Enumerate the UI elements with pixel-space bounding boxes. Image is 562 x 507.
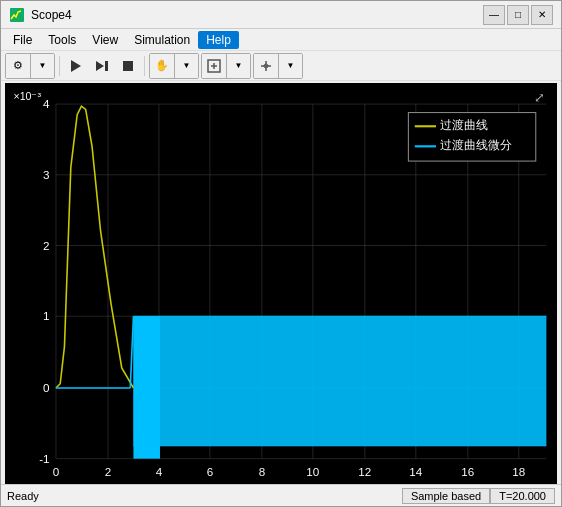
svg-text:过渡曲线: 过渡曲线 [440, 118, 488, 131]
svg-text:2: 2 [105, 465, 111, 478]
menu-simulation[interactable]: Simulation [126, 31, 198, 49]
measure-dropdown[interactable]: ▼ [278, 54, 302, 78]
svg-text:16: 16 [461, 465, 474, 478]
toolbar: ⚙ ▼ ✋ ▼ ▼ [1, 51, 561, 81]
svg-text:4: 4 [43, 97, 50, 110]
sample-based-badge: Sample based [402, 488, 490, 504]
play-button[interactable] [64, 54, 88, 78]
sep2 [144, 56, 145, 76]
menu-view[interactable]: View [84, 31, 126, 49]
svg-text:8: 8 [259, 465, 265, 478]
measure-group: ▼ [253, 53, 303, 79]
svg-rect-44 [133, 316, 160, 458]
svg-text:过渡曲线微分: 过渡曲线微分 [440, 139, 512, 152]
fit-group: ▼ [201, 53, 251, 79]
status-right: Sample based T=20.000 [402, 488, 555, 504]
settings-group: ⚙ ▼ [5, 53, 55, 79]
main-window: Scope4 — □ ✕ File Tools View Simulation … [0, 0, 562, 507]
svg-text:14: 14 [409, 465, 423, 478]
svg-text:10: 10 [306, 465, 320, 478]
svg-text:-1: -1 [39, 452, 49, 465]
fit-dropdown[interactable]: ▼ [226, 54, 250, 78]
svg-marker-1 [71, 60, 81, 72]
svg-text:⤢: ⤢ [534, 91, 545, 105]
svg-text:18: 18 [512, 465, 525, 478]
zoom-group: ✋ ▼ [149, 53, 199, 79]
maximize-button[interactable]: □ [507, 5, 529, 25]
step-button[interactable] [90, 54, 114, 78]
svg-text:3: 3 [43, 168, 49, 181]
svg-marker-2 [96, 61, 104, 71]
fit-button[interactable] [202, 54, 226, 78]
svg-text:1: 1 [43, 309, 49, 322]
close-button[interactable]: ✕ [531, 5, 553, 25]
svg-text:4: 4 [156, 465, 163, 478]
svg-text:12: 12 [358, 465, 371, 478]
app-icon [9, 7, 25, 23]
svg-text:2: 2 [43, 239, 49, 252]
svg-rect-43 [133, 316, 546, 446]
status-ready-text: Ready [7, 490, 402, 502]
menu-bar: File Tools View Simulation Help [1, 29, 561, 51]
svg-rect-3 [105, 61, 108, 71]
title-bar: Scope4 — □ ✕ [1, 1, 561, 29]
window-controls: — □ ✕ [483, 5, 553, 25]
minimize-button[interactable]: — [483, 5, 505, 25]
stop-button[interactable] [116, 54, 140, 78]
settings-button[interactable]: ⚙ [6, 54, 30, 78]
svg-text:0: 0 [43, 381, 50, 394]
status-bar: Ready Sample based T=20.000 [1, 484, 561, 506]
measure-button[interactable] [254, 54, 278, 78]
svg-text:6: 6 [207, 465, 213, 478]
menu-tools[interactable]: Tools [40, 31, 84, 49]
menu-file[interactable]: File [5, 31, 40, 49]
menu-help[interactable]: Help [198, 31, 239, 49]
time-badge: T=20.000 [490, 488, 555, 504]
zoom-button[interactable]: ✋ [150, 54, 174, 78]
svg-text:0: 0 [53, 465, 60, 478]
settings-dropdown[interactable]: ▼ [30, 54, 54, 78]
plot-svg: 4 3 2 1 0 -1 0 2 4 6 8 10 12 14 16 18 ×1… [5, 83, 557, 484]
window-title: Scope4 [31, 8, 483, 22]
svg-rect-4 [123, 61, 133, 71]
sep1 [59, 56, 60, 76]
svg-text:×10⁻³: ×10⁻³ [13, 90, 41, 102]
zoom-dropdown[interactable]: ▼ [174, 54, 198, 78]
plot-container: 4 3 2 1 0 -1 0 2 4 6 8 10 12 14 16 18 ×1… [5, 83, 557, 484]
